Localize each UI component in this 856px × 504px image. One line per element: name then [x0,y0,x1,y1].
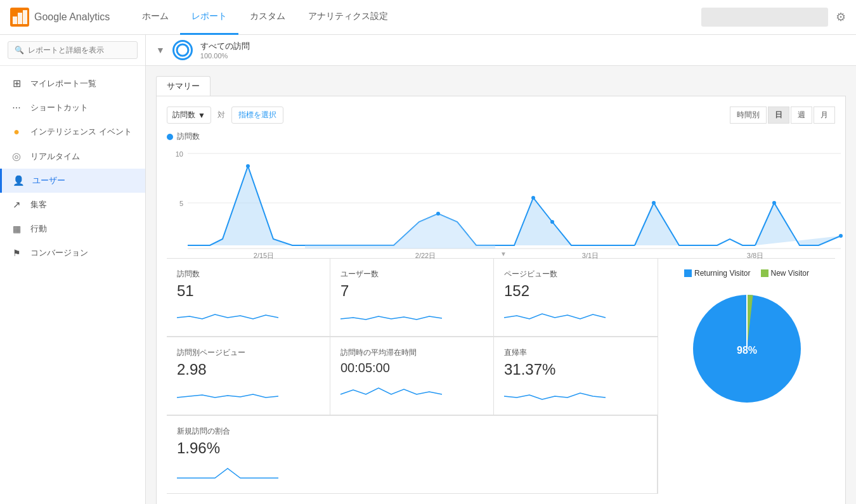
svg-point-15 [246,164,250,168]
svg-text:10: 10 [176,150,183,158]
intelligence-icon: ● [10,126,23,138]
new-legend-dot [761,269,768,277]
svg-rect-1 [13,16,17,24]
svg-point-4 [177,44,188,56]
sparkline-bounce [504,384,606,403]
sidebar-item-shortcuts[interactable]: ··· ショートカット [0,96,145,120]
metric-selector-label: 訪問数 [172,110,195,120]
stat-pageviews-label: ページビュー数 [504,269,647,280]
stat-users-value: 7 [340,282,483,300]
svg-text:2/22日: 2/22日 [415,252,436,259]
sidebar-item-myreports[interactable]: ⊞ マイレポート一覧 [0,71,145,96]
svg-point-20 [772,201,776,205]
search-input[interactable] [28,46,131,55]
stat-new-visits-value: 1.96% [177,439,647,457]
sidebar-item-realtime[interactable]: ◎ リアルタイム [0,144,145,169]
sidebar-item-conversions[interactable]: ⚑ コンバージョン [0,241,145,265]
sidebar-item-label: ユーザー [32,175,65,186]
sparkline-users [340,305,442,324]
sidebar-item-label: 集客 [30,199,47,210]
sparkline-duration [340,380,442,399]
stats-area: 訪問数 51 ユーザー数 7 [167,258,835,494]
stat-bounce: 直帰率 31.37% [494,337,658,415]
segment-name: すべての訪問 [200,41,250,52]
pie-area: Returning Visitor New Visitor [658,258,835,494]
sidebar: 🔍 ⊞ マイレポート一覧 ··· ショートカット ● インテリジェンス イベント… [0,35,146,504]
sidebar-item-behavior[interactable]: ▦ 行動 [0,217,145,241]
segment-bar: ▼ すべての訪問 100.00% [146,35,856,66]
svg-text:5: 5 [179,200,183,207]
sparkline-newvisits [177,462,278,481]
shortcuts-icon: ··· [10,102,23,113]
stat-bounce-value: 31.37% [504,361,647,378]
sidebar-item-intelligence[interactable]: ● インテリジェンス イベント [0,120,145,144]
header: Google Analytics ホーム レポート カスタム アナリティクス設定… [0,0,856,35]
svg-marker-12 [495,198,590,245]
vs-label: 対 [217,110,225,120]
sidebar-nav: ⊞ マイレポート一覧 ··· ショートカット ● インテリジェンス イベント ◎… [0,66,145,270]
returning-legend-dot [684,269,692,277]
svg-point-17 [531,196,535,200]
time-controls: 時間別 日 週 月 [730,107,835,124]
segment-circle [172,40,193,60]
stat-duration-label: 訪問時の平均滞在時間 [340,347,483,358]
time-month-button[interactable]: 月 [814,107,835,124]
svg-marker-10 [188,166,305,245]
returning-legend-label: Returning Visitor [694,269,751,278]
ga-logo-icon [10,8,29,27]
sidebar-item-acquisition[interactable]: ↗ 集客 [0,193,145,217]
svg-marker-11 [305,214,495,249]
nav-settings[interactable]: アナリティクス設定 [297,0,399,35]
behavior-icon: ▦ [10,224,23,234]
metric-selector-arrow: ▼ [198,111,205,120]
account-selector[interactable] [701,8,828,27]
nav-home[interactable]: ホーム [131,0,180,35]
stat-visits: 訪問数 51 [167,259,330,337]
sparkline-visits [177,305,278,324]
segment-info: すべての訪問 100.00% [200,41,250,60]
pie-legend-returning: Returning Visitor [684,269,751,278]
stat-ppv-value: 2.98 [177,361,320,378]
sidebar-item-users[interactable]: 👤 ユーザー [0,169,145,193]
nav-custom[interactable]: カスタム [238,0,297,35]
gear-icon[interactable]: ⚙ [836,10,846,24]
svg-text:98%: 98% [736,345,756,356]
scroll-arrow-icon: ▼ [500,250,507,257]
segment-chevron-icon[interactable]: ▼ [156,45,165,55]
line-chart-svg: 10 5 [172,147,844,255]
svg-rect-2 [18,13,22,24]
users-icon: 👤 [12,175,25,186]
stat-duration: 訪問時の平均滞在時間 00:05:00 [330,337,494,415]
stat-users-label: ユーザー数 [340,269,483,280]
stat-new-visits-label: 新規訪問の割合 [177,426,647,437]
header-right: ⚙ [701,8,846,27]
search-container[interactable]: 🔍 [8,41,138,59]
sparkline-pageviews [504,305,606,324]
time-week-button[interactable]: 週 [791,107,812,124]
chart-controls: 訪問数 ▼ 対 指標を選択 時間別 日 週 月 [167,107,835,124]
stats-grid-row2: 訪問別ページビュー 2.98 訪問時の平均滞在時間 00:05:00 [167,337,658,415]
legend-dot [167,134,173,140]
sidebar-item-label: コンバージョン [30,247,88,259]
svg-rect-3 [23,10,27,24]
add-metric-button[interactable]: 指標を選択 [231,107,283,124]
svg-point-21 [839,234,843,238]
conversions-icon: ⚑ [10,248,23,258]
time-hourly-button[interactable]: 時間別 [730,107,767,124]
pie-legend: Returning Visitor New Visitor [684,269,809,278]
metric-selector[interactable]: 訪問数 ▼ [167,107,211,124]
sidebar-item-label: 行動 [30,223,47,235]
stat-ppv: 訪問別ページビュー 2.98 [167,337,330,415]
sidebar-item-label: ショートカット [30,102,88,113]
search-icon: 🔍 [15,46,24,55]
main-nav: ホーム レポート カスタム アナリティクス設定 [131,0,701,35]
segment-donut-icon [176,43,190,57]
summary-tab[interactable]: サマリー [156,76,211,96]
sidebar-item-label: インテリジェンス イベント [30,126,132,138]
sidebar-item-label: リアルタイム [30,151,80,162]
time-day-button[interactable]: 日 [768,107,789,124]
main-layout: 🔍 ⊞ マイレポート一覧 ··· ショートカット ● インテリジェンス イベント… [0,35,856,504]
nav-reports[interactable]: レポート [180,0,238,35]
myreports-icon: ⊞ [10,77,23,89]
sidebar-item-label: マイレポート一覧 [30,78,96,89]
